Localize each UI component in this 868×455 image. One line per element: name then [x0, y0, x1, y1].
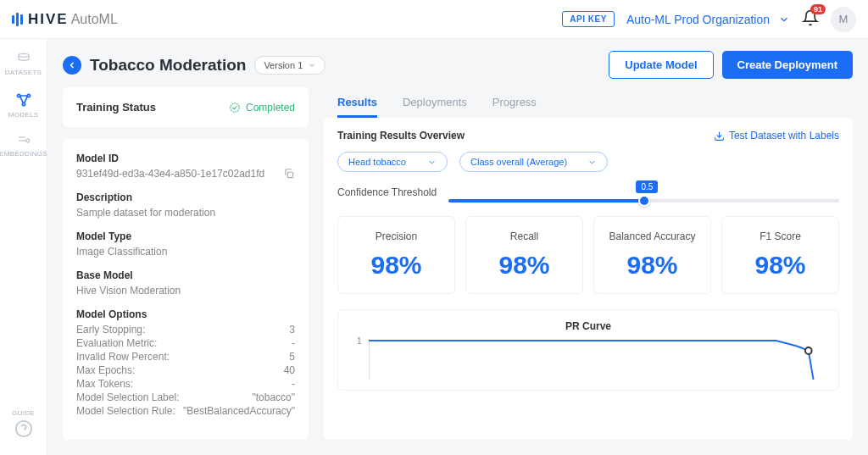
chevron-down-icon — [308, 61, 316, 69]
sidebar-item-guide[interactable]: GUIDE — [0, 404, 47, 443]
chevron-down-icon — [778, 14, 790, 25]
pr-line-chart — [369, 339, 825, 380]
pr-curve-card: PR Curve 1 — [337, 309, 839, 391]
org-select[interactable]: Auto-ML Prod Organization — [626, 13, 790, 26]
avatar[interactable]: M — [831, 7, 856, 32]
status-badge: Completed — [229, 102, 295, 114]
head-select[interactable]: Head tobacco — [337, 152, 448, 172]
sidebar-item-label: DATASETS — [5, 69, 42, 76]
model-details-card: Model ID 931ef49d-ed3a-43e4-a850-1e17c02… — [63, 139, 309, 440]
datasets-icon — [15, 53, 32, 66]
model-options-label: Model Options — [76, 308, 295, 320]
option-value: 5 — [289, 351, 295, 363]
metric-card: Precision98% — [337, 216, 455, 294]
page-title: Tobacco Moderation — [90, 56, 246, 75]
model-option-row: Invalid Row Percent:5 — [76, 351, 295, 363]
brand-sub: AutoML — [71, 12, 118, 26]
option-value: - — [292, 378, 295, 390]
model-option-row: Max Epochs:40 — [76, 364, 295, 376]
svg-point-6 — [25, 139, 29, 142]
copy-icon[interactable] — [283, 168, 295, 180]
sidebar: DATASETS MODELS EMBEDDINGS GUIDE — [0, 39, 47, 455]
option-value: 40 — [284, 364, 295, 376]
metric-label: Recall — [473, 230, 576, 242]
base-model-value: Hive Vision Moderation — [76, 285, 295, 297]
option-value: "tobacco" — [252, 391, 295, 403]
model-option-row: Model Selection Label:"tobacco" — [76, 391, 295, 403]
tab-deployments[interactable]: Deployments — [403, 89, 467, 118]
training-status-card: Training Status Completed — [63, 87, 309, 127]
model-option-row: Early Stopping:3 — [76, 324, 295, 336]
sidebar-item-models[interactable]: MODELS — [0, 86, 47, 124]
metric-value: 98% — [729, 251, 832, 280]
class-select[interactable]: Class overall (Average) — [459, 152, 608, 172]
top-header: HIVEAutoML API KEY Auto-ML Prod Organiza… — [0, 0, 868, 39]
sidebar-item-datasets[interactable]: DATASETS — [0, 47, 47, 81]
model-option-row: Model Selection Rule:"BestBalancedAccura… — [76, 405, 295, 417]
back-button[interactable] — [63, 56, 81, 75]
embeddings-icon — [15, 134, 32, 147]
help-icon — [14, 419, 33, 438]
tab-progress[interactable]: Progress — [492, 89, 537, 118]
threshold-label: Confidence Threshold — [337, 186, 437, 198]
option-key: Model Selection Rule: — [76, 405, 175, 417]
option-value: "BestBalancedAccuracy" — [183, 405, 295, 417]
logo-icon — [12, 13, 23, 26]
download-icon — [714, 130, 725, 141]
metric-card: F1 Score98% — [721, 216, 839, 294]
option-key: Evaluation Metric: — [76, 337, 157, 349]
test-dataset-link[interactable]: Test Dataset with Labels — [714, 130, 839, 141]
metric-card: Balanced Accuracy98% — [593, 216, 711, 294]
pr-y-tick: 1 — [357, 336, 362, 346]
option-key: Invalid Row Percent: — [76, 351, 170, 363]
org-name: Auto-ML Prod Organization — [626, 13, 770, 26]
check-circle-icon — [229, 102, 241, 114]
version-label: Version 1 — [264, 60, 303, 70]
sidebar-item-embeddings[interactable]: EMBEDDINGS — [0, 129, 47, 163]
tabs: Results Deployments Progress — [324, 87, 853, 118]
brand-text: HIVE — [28, 11, 69, 27]
pr-point-marker — [805, 347, 812, 354]
metric-label: Precision — [345, 230, 448, 242]
head-select-label: Head tobacco — [348, 157, 406, 167]
metric-value: 98% — [345, 251, 448, 280]
pr-curve-title: PR Curve — [352, 320, 825, 332]
sidebar-item-label: MODELS — [8, 111, 39, 119]
model-type-label: Model Type — [76, 230, 295, 242]
results-title: Training Results Overview — [337, 130, 465, 141]
chevron-left-icon — [67, 60, 77, 70]
model-id-label: Model ID — [76, 153, 295, 164]
option-key: Early Stopping: — [76, 324, 145, 336]
base-model-label: Base Model — [76, 269, 295, 281]
threshold-slider[interactable]: 0.5 — [448, 182, 839, 203]
status-value: Completed — [246, 102, 295, 114]
sidebar-item-label: EMBEDDINGS — [0, 150, 47, 158]
chevron-down-icon — [587, 158, 597, 167]
logo[interactable]: HIVEAutoML — [12, 11, 118, 28]
svg-point-9 — [231, 103, 240, 112]
notifications-button[interactable]: 91 — [802, 9, 819, 29]
description-label: Description — [76, 191, 295, 203]
model-id-value: 931ef49d-ed3a-43e4-a850-1e17c02ad1fd — [76, 168, 264, 180]
option-key: Max Tokens: — [76, 378, 133, 390]
api-key-button[interactable]: API KEY — [562, 11, 615, 27]
threshold-value: 0.5 — [636, 180, 658, 193]
option-key: Max Epochs: — [76, 364, 135, 376]
svg-point-0 — [19, 53, 29, 57]
title-bar: Tobacco Moderation Version 1 Update Mode… — [47, 39, 868, 87]
pr-chart: 1 — [369, 339, 825, 380]
model-type-value: Image Classification — [76, 246, 295, 258]
description-value: Sample dataset for moderation — [76, 207, 295, 219]
chevron-down-icon — [427, 158, 437, 167]
update-model-button[interactable]: Update Model — [609, 51, 713, 79]
svg-point-3 — [22, 103, 25, 105]
create-deployment-button[interactable]: Create Deployment — [722, 51, 853, 79]
option-value: 3 — [289, 324, 295, 336]
metric-card: Recall98% — [465, 216, 583, 294]
metric-value: 98% — [601, 251, 704, 280]
option-key: Model Selection Label: — [76, 391, 179, 403]
version-select[interactable]: Version 1 — [254, 56, 326, 75]
tab-results[interactable]: Results — [337, 89, 377, 118]
models-icon — [14, 92, 33, 108]
status-label: Training Status — [76, 101, 156, 114]
